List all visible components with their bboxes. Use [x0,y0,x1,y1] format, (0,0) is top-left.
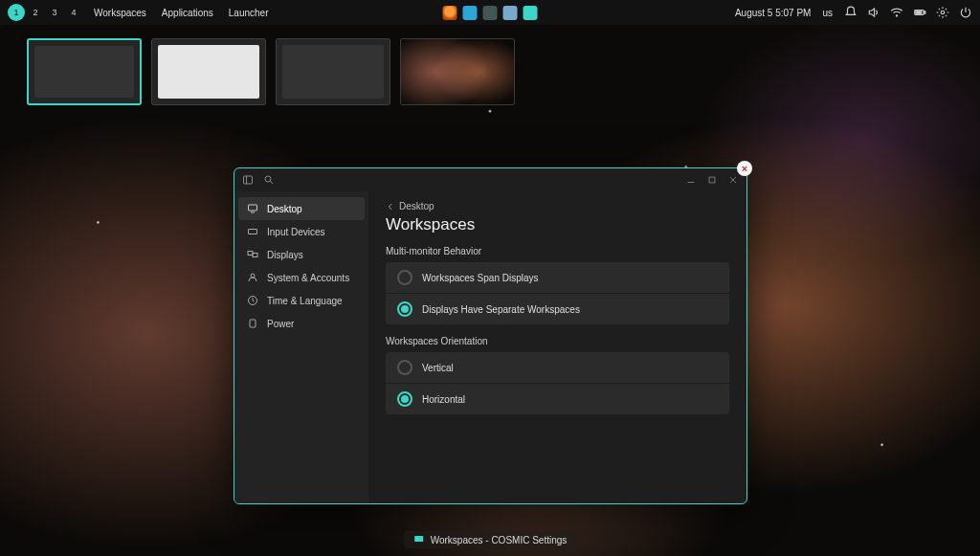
settings-window: Desktop Input Devices Displays System & … [234,167,747,504]
radio-icon [397,391,412,407]
titlebar[interactable] [234,168,746,191]
svg-point-4 [941,11,945,14]
radio-icon [397,301,412,317]
taskbar-entry[interactable]: Workspaces - COSMIC Settings [404,531,577,548]
svg-rect-13 [249,205,257,211]
taskbar-label: Workspaces - COSMIC Settings [431,535,568,545]
network-icon[interactable] [890,6,903,19]
search-icon[interactable] [263,174,275,186]
settings-sidebar: Desktop Input Devices Displays System & … [234,191,368,503]
section-label-orientation: Workspaces Orientation [386,336,729,346]
option-vertical[interactable]: Vertical [386,352,729,383]
overview-thumb-3[interactable] [276,38,390,105]
settings-main: Desktop Workspaces Multi-monitor Behavio… [368,191,746,503]
window-close-bubble[interactable]: × [737,161,752,176]
workspace-button-3[interactable]: 3 [46,4,63,21]
svg-rect-24 [414,536,423,542]
option-label: Displays Have Separate Workspaces [422,304,580,315]
chevron-left-icon [386,202,395,211]
terminal-icon[interactable] [483,6,498,20]
sidebar-item-displays[interactable]: Displays [238,243,365,266]
svg-rect-23 [250,320,256,327]
minimize-icon[interactable] [685,174,697,186]
svg-rect-19 [248,252,253,256]
volume-icon[interactable] [867,6,880,19]
svg-rect-15 [249,230,257,234]
option-span-displays[interactable]: Workspaces Span Displays [386,262,729,293]
option-separate-workspaces[interactable]: Displays Have Separate Workspaces [386,293,729,324]
desktop-icon [246,202,259,215]
keyboard-icon [246,225,259,238]
svg-rect-10 [709,177,715,183]
keyboard-layout[interactable]: us [818,8,836,18]
sidebar-item-time-language[interactable]: Time & Language [238,289,365,312]
section-label-multi-monitor: Multi-monitor Behavior [386,246,729,256]
orientation-group: Vertical Horizontal [386,352,729,414]
workspace-button-4[interactable]: 4 [65,4,82,21]
sidebar-label: Input Devices [267,227,325,237]
overview-thumb-1[interactable] [27,38,142,105]
sidebar-item-power[interactable]: Power [238,312,365,335]
store-icon[interactable] [503,6,518,20]
option-label: Vertical [422,363,454,373]
sidebar-label: Displays [267,250,303,260]
option-horizontal[interactable]: Horizontal [386,383,729,414]
panel-applications[interactable]: Applications [158,8,217,18]
svg-rect-20 [253,254,257,257]
svg-point-7 [265,176,271,182]
user-icon [246,271,259,284]
option-label: Workspaces Span Displays [422,273,539,283]
sidebar-item-system-accounts[interactable]: System & Accounts [238,266,365,289]
firefox-icon[interactable] [443,6,457,20]
clock[interactable]: August 5 5:07 PM [735,8,812,18]
window-overview [27,38,515,105]
svg-point-21 [251,274,255,278]
panel-workspaces[interactable]: Workspaces [90,8,150,18]
screenshot-icon[interactable] [523,6,538,20]
battery-icon[interactable] [913,6,926,19]
svg-line-8 [270,181,273,184]
workspace-button-1[interactable]: 1 [8,4,25,21]
page-title: Workspaces [386,215,729,234]
maximize-icon[interactable] [706,174,718,186]
files-icon[interactable] [463,6,478,20]
svg-point-0 [896,15,897,16]
dock-center [443,0,538,25]
system-tray [844,6,972,19]
sidebar-label: Power [267,319,294,329]
power-icon [246,317,259,330]
top-panel: 1 2 3 4 Workspaces Applications Launcher… [0,0,980,25]
radio-icon [397,360,412,375]
multi-monitor-group: Workspaces Span Displays Displays Have S… [386,262,729,324]
power-tray-icon[interactable] [959,6,972,19]
sidebar-item-input-devices[interactable]: Input Devices [238,220,365,243]
sidebar-label: Desktop [267,204,302,214]
svg-rect-2 [924,11,925,13]
clock-icon [246,294,259,307]
svg-rect-3 [916,11,922,13]
displays-icon [246,248,259,261]
sidebar-toggle-icon[interactable] [242,174,254,186]
back-button[interactable]: Desktop [386,201,729,211]
option-label: Horizontal [422,394,465,405]
overview-thumb-4[interactable] [400,38,515,105]
sidebar-label: System & Accounts [267,273,349,283]
sidebar-item-desktop[interactable]: Desktop [238,197,365,220]
settings-tray-icon[interactable] [936,6,949,19]
close-icon[interactable] [727,174,739,186]
overview-thumb-2[interactable] [151,38,266,105]
back-label: Desktop [399,201,434,211]
notifications-icon[interactable] [844,6,858,19]
workspace-switcher: 1 2 3 4 [8,4,82,21]
workspace-button-2[interactable]: 2 [27,4,44,21]
svg-rect-5 [244,176,253,184]
radio-icon [397,270,412,285]
settings-app-icon [413,534,425,545]
panel-launcher[interactable]: Launcher [225,8,273,18]
sidebar-label: Time & Language [267,296,343,306]
